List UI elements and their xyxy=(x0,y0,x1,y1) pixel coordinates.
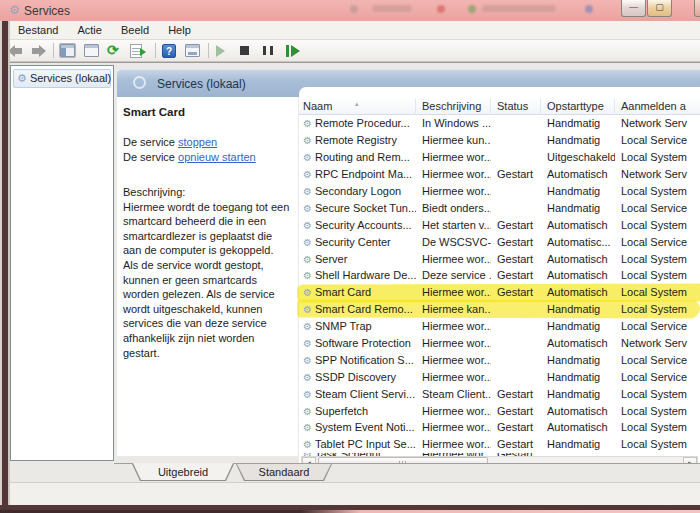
forward-icon[interactable] xyxy=(30,43,48,59)
restart-service-icon[interactable] xyxy=(286,43,304,59)
service-gear-icon: ⚙ xyxy=(303,453,312,456)
glass-reflection xyxy=(437,5,445,13)
help-icon[interactable]: ? xyxy=(162,43,180,59)
tree-item-services-local[interactable]: ⚙Services (lokaal) xyxy=(13,69,111,88)
service-gear-icon: ⚙ xyxy=(303,220,312,231)
table-row[interactable]: ⚙Software ProtectionHiermee wor...Automa… xyxy=(299,335,700,352)
description-text: Hiermee wordt de toegang tot een smartca… xyxy=(123,201,289,359)
table-row[interactable]: ⚙SPP Notification S...Hiermee wor...Hand… xyxy=(299,351,700,368)
service-gear-icon: ⚙ xyxy=(303,389,312,400)
title-bar[interactable]: ⚙ Services — ▢ xyxy=(0,0,700,21)
menu-actie[interactable]: Actie xyxy=(69,21,109,40)
table-row[interactable]: ⚙Remote RegistryHiermee kun...HandmatigL… xyxy=(299,132,700,149)
table-row[interactable]: ⚙Remote Procedur...In Windows ...Handmat… xyxy=(299,115,700,132)
refresh-icon[interactable]: ⟳ xyxy=(107,43,125,59)
extended-task-pane: Smart Card De service stoppen De service… xyxy=(117,97,298,456)
toolbar-separator xyxy=(208,43,209,58)
menu-bestand[interactable]: Bestand xyxy=(10,21,66,40)
show-console-tree-icon[interactable] xyxy=(60,43,78,59)
start-service-icon[interactable] xyxy=(216,43,234,59)
table-row[interactable]: ⚙Smart Card Remo...Hiermee kan...Handmat… xyxy=(299,301,700,318)
window-border-left xyxy=(0,21,10,510)
table-row[interactable]: ⚙Routing and Rem...Hiermee wor...Uitgesc… xyxy=(299,149,700,166)
service-action-links: De service stoppen De service opnieuw st… xyxy=(123,135,256,165)
stop-service-icon[interactable] xyxy=(240,43,258,59)
menu-beeld[interactable]: Beeld xyxy=(113,21,157,40)
table-row[interactable]: ⚙Tablet PC Input Se...Hiermee wor...Gest… xyxy=(299,436,700,453)
restart-service-line: De service opnieuw starten xyxy=(123,150,256,165)
service-gear-icon: ⚙ xyxy=(303,118,312,129)
service-gear-icon: ⚙ xyxy=(303,186,312,197)
service-gear-icon: ⚙ xyxy=(303,270,312,281)
service-gear-icon: ⚙ xyxy=(303,439,312,450)
glass-reflection xyxy=(585,5,593,13)
toolbar-separator xyxy=(53,43,54,58)
menu-bar: Bestand Actie Beeld Help xyxy=(0,21,700,40)
service-gear-icon: ⚙ xyxy=(303,321,312,332)
toolbar-separator xyxy=(155,43,156,58)
menu-help[interactable]: Help xyxy=(160,21,199,40)
service-gear-icon: ⚙ xyxy=(303,135,312,146)
table-row[interactable]: ⚙Security Accounts...Het starten v...Ges… xyxy=(299,216,700,233)
table-row[interactable]: ⚙System Event Noti...Hiermee wor...Gesta… xyxy=(299,419,700,436)
console-tree-pane: ⚙Services (lokaal) xyxy=(10,65,114,461)
column-header-beschrijving[interactable]: Beschrijving xyxy=(416,99,491,115)
back-icon[interactable] xyxy=(8,43,26,59)
table-row[interactable]: ⚙SNMP TrapHiermee wor...HandmatigLocal S… xyxy=(299,318,700,335)
glass-reflection xyxy=(482,5,556,12)
tab-uitgebreid[interactable]: Uitgebreid xyxy=(132,464,234,481)
stop-service-line: De service stoppen xyxy=(123,135,256,150)
window-title: Services xyxy=(24,4,70,18)
table-row-partial[interactable]: ⚙Task Schedul...Hiermee wor...Gestart xyxy=(299,453,700,456)
tree-item-label: Services (lokaal) xyxy=(30,72,111,84)
tab-standaard[interactable]: Standaard xyxy=(236,464,332,481)
services-list: Naam▴ Beschrijving Status Opstarttype Aa… xyxy=(299,87,700,469)
toolbar: ⟳ ? xyxy=(0,40,700,62)
column-header-status[interactable]: Status xyxy=(491,99,541,115)
service-gear-icon: ⚙ xyxy=(303,372,312,383)
service-gear-icon: ⚙ xyxy=(303,169,312,180)
glass-reflection xyxy=(468,5,476,13)
properties-window-icon[interactable] xyxy=(84,43,102,59)
service-description: Beschrijving: Hiermee wordt de toegang t… xyxy=(123,185,291,360)
view-tab-strip: Uitgebreid Standaard xyxy=(114,463,700,483)
list-header: Naam▴ Beschrijving Status Opstarttype Aa… xyxy=(299,97,700,115)
result-pane-title: Services (lokaal) xyxy=(157,77,246,91)
close-button[interactable] xyxy=(694,0,700,17)
service-gear-icon: ⚙ xyxy=(303,355,312,366)
table-row[interactable]: ⚙Security CenterDe WSCSVC-...GestartAuto… xyxy=(299,233,700,250)
service-gear-icon: ⚙ xyxy=(303,422,312,433)
services-window: ⚙ Services — ▢ Bestand Actie Beeld Help … xyxy=(0,0,700,513)
service-gear-icon: ⚙ xyxy=(303,304,312,315)
glass-reflection xyxy=(350,5,358,13)
table-row[interactable]: ⚙Secure Socket Tun...Biedt onders...Hand… xyxy=(299,199,700,216)
table-row[interactable]: ⚙ServerHiermee wor...GestartAutomatischL… xyxy=(299,250,700,267)
table-row[interactable]: ⚙SuperfetchHiermee wor...GestartAutomati… xyxy=(299,402,700,419)
status-bar xyxy=(0,482,700,505)
column-header-aanmelden[interactable]: Aanmelden a xyxy=(615,99,700,115)
maximize-button[interactable]: ▢ xyxy=(647,0,672,17)
table-row[interactable]: ⚙SSDP DiscoveryHiermee wor...HandmatigLo… xyxy=(299,368,700,385)
pause-service-icon[interactable] xyxy=(263,43,281,59)
show-action-pane-icon[interactable] xyxy=(185,43,203,59)
service-gear-icon: ⚙ xyxy=(303,338,312,349)
service-gear-icon: ⚙ xyxy=(303,203,312,214)
table-row[interactable]: ⚙RPC Endpoint Ma...Hiermee wor...Gestart… xyxy=(299,166,700,183)
table-row[interactable]: ⚙Secondary LogonHiermee wor...HandmatigL… xyxy=(299,183,700,200)
stop-service-link[interactable]: stoppen xyxy=(178,136,217,148)
column-header-naam[interactable]: Naam▴ xyxy=(299,99,416,115)
export-list-icon[interactable] xyxy=(130,43,148,59)
glass-reflection xyxy=(372,5,412,12)
service-gear-icon: ⚙ xyxy=(303,152,312,163)
description-label: Beschrijving: xyxy=(123,186,185,198)
services-ghost-icon xyxy=(133,76,146,89)
services-gear-icon: ⚙ xyxy=(17,72,27,84)
column-header-opstarttype[interactable]: Opstarttype xyxy=(541,99,615,115)
table-row[interactable]: ⚙Smart CardHiermee wor...GestartAutomati… xyxy=(299,284,700,301)
selected-service-name: Smart Card xyxy=(123,106,185,118)
restart-service-link[interactable]: opnieuw starten xyxy=(178,151,256,163)
table-row[interactable]: ⚙Steam Client Servi...Steam Client...Ges… xyxy=(299,385,700,402)
services-app-icon: ⚙ xyxy=(9,3,20,17)
table-row[interactable]: ⚙Shell Hardware De...Deze service ...Ges… xyxy=(299,267,700,284)
minimize-button[interactable]: — xyxy=(621,0,646,17)
